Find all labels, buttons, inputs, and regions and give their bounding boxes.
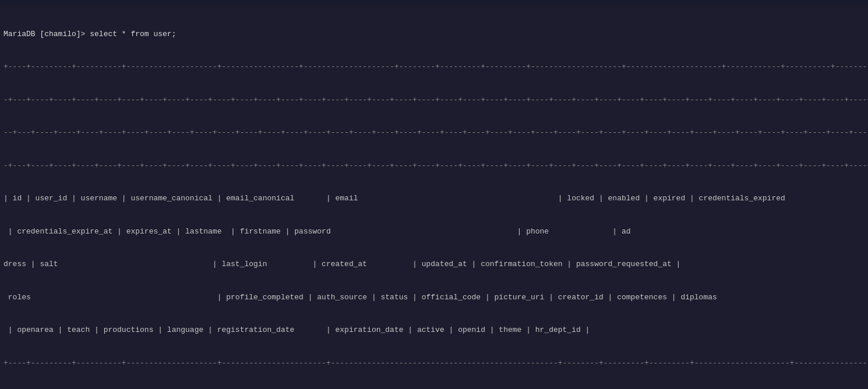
border-2: -+---+----+----+----+----+----+----+----… bbox=[3, 95, 865, 106]
border-5: +----+---------+----------+-------------… bbox=[3, 358, 865, 369]
header-row-1: | id | user_id | username | username_can… bbox=[3, 193, 865, 204]
header-row-5: | openarea | teach | productions | langu… bbox=[3, 325, 865, 336]
header-row-3: dress | salt | last_login | created_at |… bbox=[3, 259, 865, 270]
header-row-4: roles | profile_completed | auth_source … bbox=[3, 292, 865, 303]
header-row-2: | credentials_expire_at | expires_at | l… bbox=[3, 227, 865, 238]
border-1: +----+---------+----------+-------------… bbox=[3, 62, 865, 73]
terminal-window: MariaDB [chamilo]> select * from user; +… bbox=[0, 5, 868, 389]
border-3: --+---+----+----+----+----+----+----+---… bbox=[3, 128, 865, 139]
sql-prompt: MariaDB [chamilo]> select * from user; bbox=[3, 29, 865, 40]
border-4: -+---+----+----+----+----+----+----+----… bbox=[3, 161, 865, 172]
